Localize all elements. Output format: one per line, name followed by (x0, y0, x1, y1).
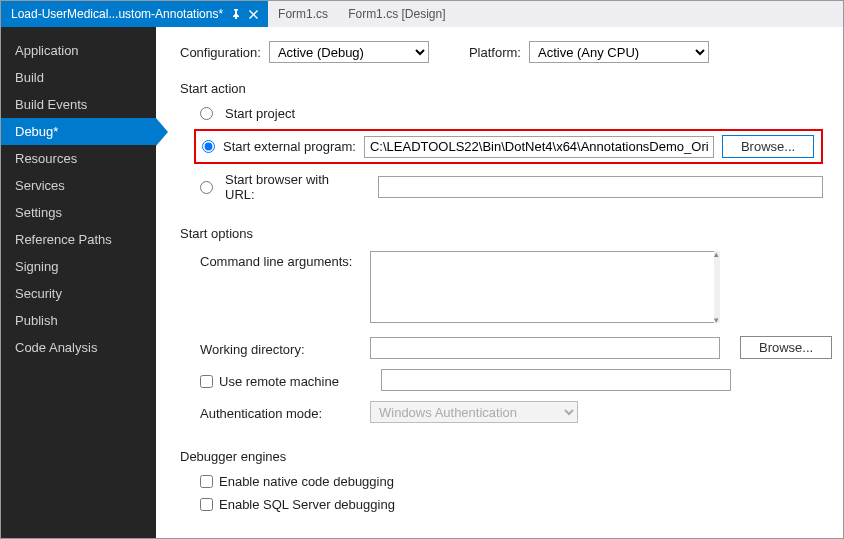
browse-working-dir-button[interactable]: Browse... (740, 336, 832, 359)
configuration-select[interactable]: Active (Debug) (269, 41, 429, 63)
start-options-label: Start options (180, 226, 832, 241)
start-browser-radio[interactable] (200, 181, 213, 194)
tab-label: Load-UserMedical...ustom-Annotations* (11, 7, 223, 21)
cmd-args-input[interactable] (370, 251, 720, 323)
start-project-label[interactable]: Start project (225, 106, 295, 121)
auth-mode-label: Authentication mode: (200, 403, 360, 421)
working-dir-input[interactable] (370, 337, 720, 359)
sql-debugging-label[interactable]: Enable SQL Server debugging (219, 497, 395, 512)
tab-label: Form1.cs [Design] (348, 7, 445, 21)
tab-form1-design[interactable]: Form1.cs [Design] (338, 1, 455, 27)
start-action-label: Start action (180, 81, 823, 96)
debugger-engines-group: Debugger engines Enable native code debu… (180, 449, 823, 520)
start-browser-label[interactable]: Start browser with URL: (225, 172, 362, 202)
scrollbar[interactable] (714, 251, 720, 323)
sidebar-item-resources[interactable]: Resources (1, 145, 156, 172)
start-external-row: Start external program: Browse... (194, 129, 823, 164)
auth-mode-select: Windows Authentication (370, 401, 578, 423)
start-action-group: Start action Start project Start externa… (180, 81, 823, 210)
sidebar-item-services[interactable]: Services (1, 172, 156, 199)
cmd-args-label: Command line arguments: (200, 251, 360, 269)
browse-external-button[interactable]: Browse... (722, 135, 814, 158)
sidebar-item-security[interactable]: Security (1, 280, 156, 307)
external-program-input[interactable] (364, 136, 714, 158)
working-dir-label: Working directory: (200, 339, 360, 357)
browser-url-input[interactable] (378, 176, 823, 198)
sidebar-item-application[interactable]: Application (1, 37, 156, 64)
sidebar-item-settings[interactable]: Settings (1, 199, 156, 226)
sidebar-item-code-analysis[interactable]: Code Analysis (1, 334, 156, 361)
sidebar-item-build-events[interactable]: Build Events (1, 91, 156, 118)
native-debugging-checkbox[interactable] (200, 475, 213, 488)
debugger-engines-label: Debugger engines (180, 449, 823, 464)
start-external-label[interactable]: Start external program: (223, 139, 356, 154)
sidebar-item-publish[interactable]: Publish (1, 307, 156, 334)
native-debugging-label[interactable]: Enable native code debugging (219, 474, 394, 489)
close-icon[interactable] (249, 10, 258, 19)
sidebar-item-signing[interactable]: Signing (1, 253, 156, 280)
tab-label: Form1.cs (278, 7, 328, 21)
configuration-label: Configuration: (180, 45, 261, 60)
remote-machine-input[interactable] (381, 369, 731, 391)
sidebar-item-reference-paths[interactable]: Reference Paths (1, 226, 156, 253)
document-tabs: Load-UserMedical...ustom-Annotations* Fo… (1, 1, 843, 27)
tab-form1-cs[interactable]: Form1.cs (268, 1, 338, 27)
remote-machine-label[interactable]: Use remote machine (219, 374, 339, 389)
sidebar-item-build[interactable]: Build (1, 64, 156, 91)
start-external-radio[interactable] (202, 140, 215, 153)
start-project-radio[interactable] (200, 107, 213, 120)
start-options-group: Start options Command line arguments: Wo… (180, 226, 832, 433)
platform-label: Platform: (469, 45, 521, 60)
pin-icon[interactable] (231, 9, 241, 19)
platform-select[interactable]: Active (Any CPU) (529, 41, 709, 63)
debug-settings-panel: Configuration: Active (Debug) Platform: … (156, 27, 843, 538)
project-properties-sidebar: Application Build Build Events Debug* Re… (1, 27, 156, 538)
tab-project-properties[interactable]: Load-UserMedical...ustom-Annotations* (1, 1, 268, 27)
sidebar-item-debug[interactable]: Debug* (1, 118, 156, 145)
sql-debugging-checkbox[interactable] (200, 498, 213, 511)
remote-machine-checkbox[interactable] (200, 375, 213, 388)
